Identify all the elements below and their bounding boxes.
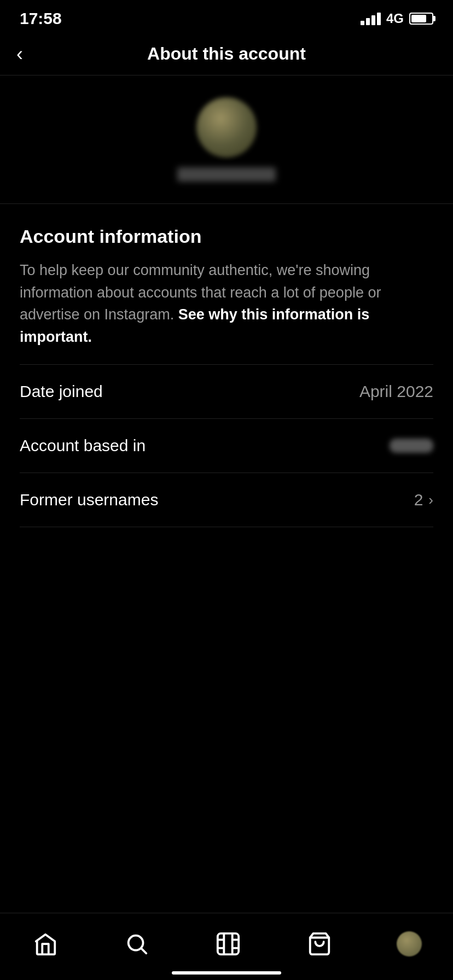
search-icon [123, 930, 151, 958]
date-joined-label: Date joined [20, 382, 103, 401]
former-usernames-count: 2 [414, 491, 423, 509]
svg-point-0 [129, 936, 143, 950]
date-joined-value: April 2022 [359, 382, 433, 401]
former-usernames-row[interactable]: Former usernames 2 › [20, 473, 433, 527]
network-label: 4G [386, 11, 404, 26]
former-usernames-label: Former usernames [20, 491, 158, 509]
account-based-in-row: Account based in [20, 419, 433, 473]
shop-icon [305, 930, 334, 958]
svg-rect-1 [218, 934, 239, 954]
battery-icon [409, 13, 433, 25]
account-info-section: Account information To help keep our com… [0, 204, 453, 538]
info-rows: Date joined April 2022 Account based in … [20, 364, 433, 527]
signal-icon [361, 13, 381, 25]
bottom-nav [0, 913, 453, 980]
status-bar: 17:58 4G [0, 0, 453, 33]
username-blurred [177, 167, 276, 182]
nav-reels[interactable] [203, 924, 253, 964]
section-description: To help keep our community authentic, we… [20, 259, 433, 348]
former-usernames-value: 2 › [414, 491, 433, 509]
profile-section [0, 75, 453, 204]
status-time: 17:58 [20, 9, 62, 28]
account-location-blurred [390, 439, 433, 453]
back-button[interactable]: ‹ [16, 43, 23, 66]
header-title: About this account [147, 44, 306, 64]
nav-home[interactable] [20, 924, 71, 964]
header: ‹ About this account [0, 33, 453, 75]
reels-icon [214, 930, 242, 958]
status-icons: 4G [361, 11, 433, 26]
date-joined-row: Date joined April 2022 [20, 364, 433, 419]
avatar [196, 97, 257, 158]
profile-avatar [397, 931, 422, 956]
account-based-in-label: Account based in [20, 436, 146, 455]
home-indicator [172, 971, 281, 975]
nav-profile[interactable] [386, 926, 433, 962]
nav-shop[interactable] [294, 924, 345, 964]
nav-search[interactable] [112, 924, 162, 964]
section-title: Account information [20, 226, 433, 247]
chevron-right-icon: › [428, 492, 433, 509]
home-icon [31, 930, 60, 958]
